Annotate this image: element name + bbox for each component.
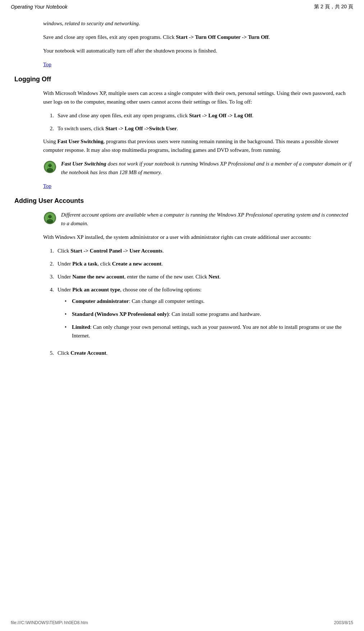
bullet-dot: •: [65, 310, 72, 318]
list-item: 3. Under Name the new account, enter the…: [43, 272, 353, 281]
list-content-a4: Under Pick an account type, choose one o…: [57, 285, 353, 344]
top-link-2[interactable]: Top: [43, 183, 51, 189]
list-num-a3: 3.: [43, 272, 57, 281]
list-item: 2. Under Pick a task, click Create a new…: [43, 259, 353, 268]
list-num-1: 1.: [43, 111, 57, 120]
list-content-a3: Under Name the new account, enter the na…: [57, 272, 353, 281]
logging-off-intro: With Microsoft Windows XP, multiple user…: [43, 89, 353, 106]
bullet-content-2: Standard (Windows XP Professional only):…: [72, 310, 261, 318]
list-num-a5: 5.: [43, 349, 57, 357]
svg-point-3: [47, 168, 53, 172]
fast-user-note-text: Fast User Switching does not work if you…: [61, 159, 353, 177]
logging-off-list: 1. Save and close any open files, exit a…: [43, 111, 353, 133]
bullet-list-item: • Computer administrator: Can change all…: [57, 297, 353, 305]
list-content-a1: Click Start -> Control Panel -> User Acc…: [57, 246, 353, 255]
svg-point-8: [47, 219, 53, 223]
section-adding-accounts-heading: Adding User Accounts: [14, 197, 353, 205]
note-icon-2: [43, 211, 57, 225]
bullet-content-3: Limited: Can only change your own person…: [72, 323, 353, 340]
bullet-list-item: • Standard (Windows XP Professional only…: [57, 310, 353, 318]
list-content-a5: Click Create Account.: [57, 349, 353, 357]
list-item: 1. Click Start -> Control Panel -> User …: [43, 246, 353, 255]
top-link-1[interactable]: Top: [43, 62, 51, 68]
footer-date: 2003/8/15: [334, 620, 353, 625]
main-content: windows, related to security and network…: [0, 12, 364, 376]
list-item: 2. To switch users, click Start -> Log O…: [43, 124, 353, 133]
bullet-dot: •: [65, 297, 72, 305]
fast-user-switching-para: Using Fast User Switching, programs that…: [43, 137, 353, 154]
list-content-a2: Under Pick a task, click Create a new ac…: [57, 259, 353, 268]
adding-accounts-intro: With Windows XP installed, the system ad…: [43, 233, 353, 241]
adding-accounts-note-text: Different account options are available …: [61, 210, 353, 228]
intro-para2: Your notebook will automatically turn of…: [43, 46, 353, 55]
list-content-1: Save and close any open files, exit any …: [57, 111, 353, 120]
adding-accounts-list: 1. Click Start -> Control Panel -> User …: [43, 246, 353, 357]
list-item: 1. Save and close any open files, exit a…: [43, 111, 353, 120]
footer-path: file:///C:\WINDOWS\TEMP\ hh0ED8.htm: [11, 620, 88, 625]
list-num-a2: 2.: [43, 259, 57, 268]
note-box-adding-accounts: Different account options are available …: [43, 210, 353, 228]
section-logging-off-heading: Logging Off: [14, 76, 353, 83]
intro-italic-line: windows, related to security and network…: [43, 19, 353, 28]
page-info: 第 2 頁，共 20 頁: [314, 4, 353, 10]
list-num-2: 2.: [43, 124, 57, 133]
page-title: Operating Your Notebook: [11, 4, 68, 10]
list-item: 5. Click Create Account.: [43, 349, 353, 357]
list-num-a4: 4.: [43, 285, 57, 344]
intro-para1: Save and close any open files, exit any …: [43, 33, 353, 41]
list-num-a1: 1.: [43, 246, 57, 255]
bullet-list-item: • Limited: Can only change your own pers…: [57, 323, 353, 340]
bullet-dot: •: [65, 323, 72, 340]
page-header: Operating Your Notebook 第 2 頁，共 20 頁: [0, 0, 364, 12]
page-footer: file:///C:\WINDOWS\TEMP\ hh0ED8.htm 2003…: [0, 618, 364, 627]
bullet-content-1: Computer administrator: Can change all c…: [72, 297, 204, 305]
list-item: 4. Under Pick an account type, choose on…: [43, 285, 353, 344]
note-box-fast-user: Fast User Switching does not work if you…: [43, 159, 353, 177]
account-type-list: • Computer administrator: Can change all…: [57, 297, 353, 340]
list-content-2: To switch users, click Start -> Log Off …: [57, 124, 353, 133]
note-icon: [43, 160, 57, 174]
